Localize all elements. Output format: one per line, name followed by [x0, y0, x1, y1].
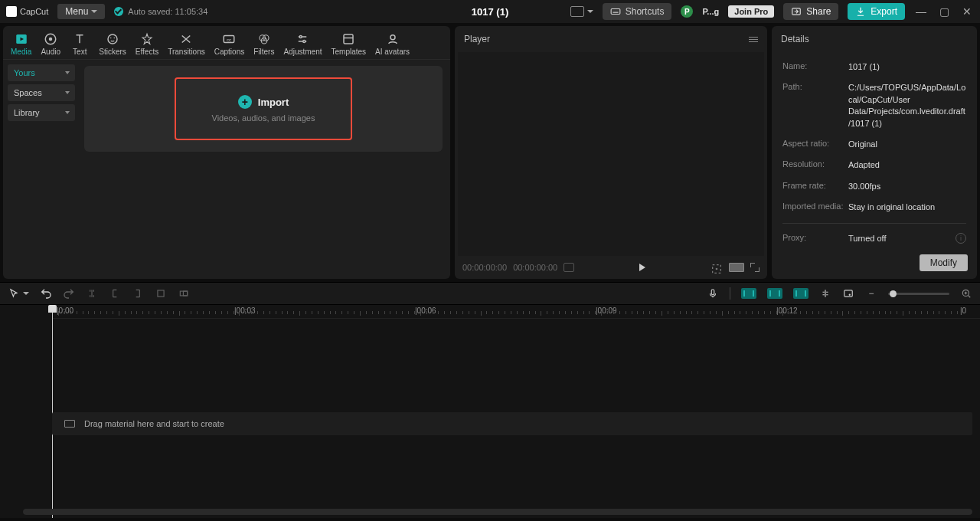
sidebar-spaces-label: Spaces: [14, 88, 42, 97]
maximize-button[interactable]: ▢: [937, 5, 951, 18]
fullscreen-button[interactable]: [750, 263, 760, 272]
redo-button[interactable]: [63, 287, 75, 300]
svg-point-27: [849, 294, 851, 296]
tab-stickers-label: Stickers: [99, 48, 126, 56]
sidebar-yours-label: Yours: [14, 68, 35, 77]
menu-label: Menu: [65, 6, 88, 17]
svg-text:cc: cc: [227, 38, 231, 42]
tab-text[interactable]: Text: [65, 29, 94, 59]
sidebar-item-yours[interactable]: Yours: [8, 64, 75, 81]
trim-left-button[interactable]: [109, 287, 121, 300]
import-button[interactable]: + Import Videos, audios, and images: [175, 77, 352, 140]
resolution-value: Adapted: [848, 159, 966, 171]
tab-templates[interactable]: Templates: [326, 29, 371, 59]
svg-rect-22: [158, 290, 164, 297]
timeline-track[interactable]: Drag material here and start to create: [52, 412, 972, 435]
tab-stickers[interactable]: Stickers: [94, 29, 131, 59]
zoom-in-button[interactable]: [960, 287, 972, 300]
media-area: + Import Videos, audios, and images: [80, 60, 450, 279]
player-controls: 00:00:00:00 00:00:00:00: [455, 256, 767, 279]
zoom-slider[interactable]: [888, 293, 949, 295]
shortcuts-button[interactable]: Shortcuts: [603, 3, 672, 20]
svg-rect-24: [183, 291, 187, 296]
svg-rect-26: [844, 290, 853, 297]
chevron-down-icon: [65, 71, 70, 74]
info-icon[interactable]: i: [956, 233, 966, 244]
timeline-ruler[interactable]: |0:00 |00:03 |00:06 |00:09 |00:12 |0: [52, 305, 980, 319]
sidebar-library-label: Library: [14, 108, 40, 117]
tab-audio[interactable]: Audio: [36, 29, 65, 59]
split-button[interactable]: [86, 287, 98, 300]
shortcuts-label: Shortcuts: [626, 6, 665, 17]
cover-button[interactable]: [842, 287, 854, 300]
import-label: Import: [258, 97, 289, 108]
snap-preview-button[interactable]: [793, 288, 808, 299]
tab-effects[interactable]: Effects: [131, 29, 163, 59]
tab-text-label: Text: [73, 48, 87, 56]
zoom-out-button[interactable]: −: [865, 287, 877, 300]
svg-point-7: [108, 34, 117, 44]
modify-button[interactable]: Modify: [920, 254, 968, 271]
media-icon: [15, 32, 28, 46]
media-dropzone[interactable]: + Import Videos, audios, and images: [84, 66, 443, 152]
cursor-tool[interactable]: [8, 287, 20, 300]
check-circle-icon: [114, 7, 123, 16]
user-avatar[interactable]: P: [681, 5, 693, 18]
export-label: Export: [871, 6, 897, 17]
minimize-button[interactable]: —: [914, 5, 928, 18]
sidebar-item-library[interactable]: Library: [8, 104, 75, 121]
tab-captions[interactable]: cc Captions: [210, 29, 249, 59]
plus-icon: +: [238, 95, 252, 109]
svg-rect-25: [711, 290, 714, 295]
filters-icon: [257, 32, 271, 46]
tab-adjustment[interactable]: Adjustment: [279, 29, 326, 59]
tab-ai-avatars[interactable]: AI avatars: [371, 29, 414, 59]
close-button[interactable]: ✕: [960, 5, 974, 18]
player-viewport[interactable]: [458, 52, 764, 256]
audio-icon: [44, 32, 57, 46]
tab-filters[interactable]: Filters: [249, 29, 279, 59]
tick-label: |0:00: [57, 306, 74, 315]
timeline[interactable]: |0:00 |00:03 |00:06 |00:09 |00:12 |0 (fu…: [0, 305, 980, 518]
timeline-scrollbar[interactable]: [23, 509, 972, 515]
tab-filters-label: Filters: [253, 48, 274, 56]
svg-point-21: [716, 268, 718, 270]
text-icon: [73, 32, 87, 46]
ratio-button[interactable]: [729, 263, 744, 272]
cursor-chevron-icon[interactable]: [23, 292, 29, 295]
align-button[interactable]: [819, 287, 831, 300]
join-pro-button[interactable]: Join Pro: [728, 5, 774, 18]
undo-button[interactable]: [40, 287, 52, 300]
path-label: Path:: [782, 82, 848, 91]
adjustment-icon: [296, 32, 309, 46]
sidebar-item-spaces[interactable]: Spaces: [8, 84, 75, 101]
chevron-down-icon: [65, 111, 70, 114]
path-value: C:/Users/TOPGUS/AppData/Local/CapCut/Use…: [848, 82, 966, 129]
snap-track-button[interactable]: [767, 288, 782, 299]
timeline-toolbar: −: [0, 282, 980, 305]
details-panel: Details Name:1017 (1) Path:C:/Users/TOPG…: [772, 26, 977, 279]
compare-icon[interactable]: [564, 263, 574, 272]
fps-value: 30.00fps: [848, 181, 966, 192]
menu-button[interactable]: Menu: [57, 4, 105, 19]
player-menu-icon[interactable]: [749, 37, 758, 42]
tick-label: |0: [960, 306, 966, 315]
chevron-down-icon: [65, 91, 70, 94]
trim-right-button[interactable]: [132, 287, 144, 300]
tab-media[interactable]: Media: [6, 29, 36, 59]
record-voiceover-button[interactable]: [707, 287, 719, 300]
tab-transitions[interactable]: Transitions: [163, 29, 210, 59]
share-button[interactable]: Share: [783, 3, 838, 20]
layout-chevron-icon[interactable]: [587, 10, 593, 13]
snap-main-button[interactable]: [741, 288, 756, 299]
resolution-label: Resolution:: [782, 159, 848, 169]
play-button[interactable]: [639, 264, 645, 271]
crop-button[interactable]: [155, 287, 167, 300]
layout-icon[interactable]: [570, 6, 584, 17]
export-button[interactable]: Export: [848, 3, 905, 20]
svg-point-19: [390, 35, 395, 40]
focus-icon[interactable]: [710, 263, 723, 272]
playhead[interactable]: [52, 305, 53, 518]
app-logo: CapCut: [6, 6, 48, 17]
delete-button[interactable]: [178, 287, 190, 300]
